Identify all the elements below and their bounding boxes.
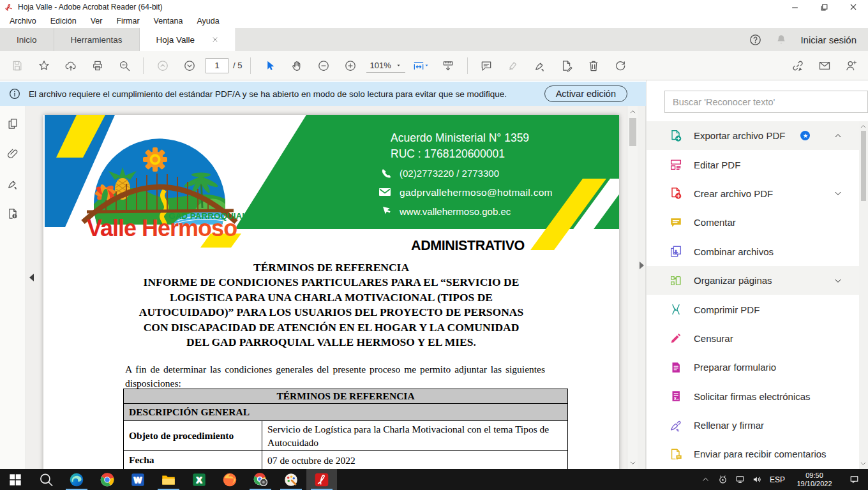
tool-label: Editar PDF xyxy=(694,160,740,170)
notifications-bell-icon[interactable] xyxy=(775,33,788,46)
send-email-button[interactable] xyxy=(814,55,835,76)
tool-organizar-paginas[interactable]: Organizar páginas xyxy=(647,266,860,295)
taskbar-search-taskbar-button[interactable] xyxy=(31,469,61,490)
next-page-button[interactable] xyxy=(179,55,200,76)
chevron-left-icon[interactable] xyxy=(29,274,34,281)
scrollbar-thumb[interactable] xyxy=(629,118,636,146)
restore-button[interactable] xyxy=(809,0,839,14)
chevron-right-icon[interactable] xyxy=(640,262,644,269)
tab-close-button[interactable] xyxy=(211,36,219,43)
refresh-button[interactable] xyxy=(610,55,631,76)
zoom-level-dropdown[interactable]: 101% xyxy=(366,59,405,73)
phone-text: (02)2773220 / 2773300 xyxy=(400,168,499,179)
tool-censurar[interactable]: Censurar xyxy=(647,324,860,353)
zoom-out-button[interactable] xyxy=(313,55,334,76)
acrobat-icon xyxy=(313,471,330,488)
tab-herramientas[interactable]: Herramientas xyxy=(54,28,140,51)
menu-archivo[interactable]: Archivo xyxy=(3,17,43,26)
hand-tool-button[interactable] xyxy=(286,55,307,76)
tab-hoja-valle[interactable]: Hoja Valle xyxy=(140,28,237,51)
highlight-button xyxy=(503,55,524,76)
start-taskbar-button[interactable] xyxy=(0,469,31,490)
tool-editar-pdf[interactable]: Editar PDF xyxy=(647,150,860,179)
word-taskbar-button[interactable]: W xyxy=(123,469,153,490)
tool-crear-archivo-pdf[interactable]: Crear archivo PDF xyxy=(647,179,860,208)
share-people-button[interactable] xyxy=(841,55,862,76)
delete-pages-button[interactable] xyxy=(583,55,604,76)
tool-preparar-formulario[interactable]: Preparar formulario xyxy=(647,353,860,382)
close-button[interactable] xyxy=(839,0,868,14)
page-thumbnails-button[interactable] xyxy=(6,117,19,130)
panel-divider xyxy=(638,106,646,469)
star-badge-icon: ★ xyxy=(800,131,810,140)
tab-inicio[interactable]: Inicio xyxy=(0,28,54,51)
edge-taskbar-button[interactable] xyxy=(61,469,92,490)
pdfa-info-bar: El archivo requiere el cumplimiento del … xyxy=(0,82,646,106)
share-link-button[interactable] xyxy=(787,55,808,76)
pdfa-message: El archivo requiere el cumplimiento del … xyxy=(29,89,507,99)
fit-width-button[interactable] xyxy=(411,55,432,76)
chrome-profile-taskbar-button[interactable] xyxy=(245,469,276,490)
document-scrollbar[interactable] xyxy=(627,106,638,469)
tool-comentar[interactable]: Comentar xyxy=(647,208,860,237)
acrobat-taskbar-button[interactable] xyxy=(306,469,337,490)
chevron-down-icon[interactable] xyxy=(833,188,843,198)
zoom-in-button[interactable] xyxy=(340,55,361,76)
chevron-down-icon[interactable] xyxy=(833,276,843,286)
table-row: Objeto de procedimientoServicio de Logís… xyxy=(124,421,568,451)
select-tool-button[interactable] xyxy=(259,55,280,76)
clock[interactable]: 09:50 19/10/2022 xyxy=(789,469,840,490)
tool-solicitar-firmas-electronicas[interactable]: Solicitar firmas electrónicas xyxy=(647,382,860,411)
tools-scrollbar[interactable] xyxy=(859,121,868,469)
tools-scrollbar-thumb[interactable] xyxy=(861,131,866,201)
paint-taskbar-button[interactable] xyxy=(276,469,306,490)
tool-comprimir-pdf[interactable]: Comprimir PDF xyxy=(647,295,860,323)
tool-signatures-icon xyxy=(669,389,683,403)
standards-icon xyxy=(6,207,19,220)
save-button xyxy=(6,55,27,76)
network-icon[interactable] xyxy=(731,469,749,490)
tool-label: Organizar páginas xyxy=(694,275,772,286)
refresh-icon xyxy=(614,59,627,72)
find-button[interactable] xyxy=(114,55,135,76)
tool-enviar-para-recibir-comentarios[interactable]: Enviar para recibir comentarios xyxy=(647,440,860,468)
menu-edicion[interactable]: Edición xyxy=(43,17,84,26)
chrome-taskbar-button[interactable] xyxy=(92,469,123,490)
signatures-panel-button[interactable] xyxy=(6,177,19,190)
menu-ventana[interactable]: Ventana xyxy=(147,17,190,26)
tray-expand-button[interactable] xyxy=(697,469,714,490)
share-cloud-button[interactable] xyxy=(60,55,81,76)
help-button[interactable] xyxy=(749,33,762,47)
sign-button[interactable] xyxy=(530,55,551,76)
favorite-button[interactable] xyxy=(33,55,54,76)
menu-ayuda[interactable]: Ayuda xyxy=(190,17,226,26)
menu-firmar[interactable]: Firmar xyxy=(109,17,146,26)
tool-rellenar-y-firmar[interactable]: Rellenar y firmar xyxy=(647,411,860,440)
tool-compress-icon xyxy=(669,302,683,316)
enable-editing-button[interactable]: Activar edición xyxy=(544,85,627,102)
sign-in-button[interactable]: Iniciar sesión xyxy=(800,34,857,45)
excel-taskbar-button[interactable]: X xyxy=(184,469,214,490)
fit-page-button[interactable] xyxy=(438,55,459,76)
document-viewport: GAD PARROQUIAL Valle Hermoso Acuerdo Min… xyxy=(26,106,627,469)
tray-app-icon[interactable] xyxy=(714,469,731,490)
chevron-up-icon[interactable] xyxy=(833,131,843,141)
standards-panel-button[interactable] xyxy=(6,207,19,220)
firefox-taskbar-button[interactable] xyxy=(214,469,245,490)
tool-combinar-archivos[interactable]: Combinar archivos xyxy=(647,237,860,266)
menu-ver[interactable]: Ver xyxy=(84,17,110,26)
minimize-button[interactable] xyxy=(780,0,809,14)
volume-icon[interactable] xyxy=(749,469,766,490)
attachments-button[interactable] xyxy=(6,147,19,160)
tools-search-input[interactable] xyxy=(665,97,867,107)
action-center-button[interactable] xyxy=(840,469,868,490)
print-button[interactable] xyxy=(87,55,108,76)
language-indicator[interactable]: ESP xyxy=(766,469,789,490)
fill-sign-button[interactable] xyxy=(557,55,578,76)
toolbar-separator xyxy=(467,57,468,74)
file-explorer-taskbar-button[interactable] xyxy=(153,469,184,490)
title-bar: Hoja Valle - Adobe Acrobat Reader (64-bi… xyxy=(0,0,868,14)
tool-exportar-archivo-pdf[interactable]: Exportar archivo PDF★ xyxy=(647,121,860,150)
comment-button[interactable] xyxy=(476,55,497,76)
page-number-input[interactable]: 1 xyxy=(206,58,228,73)
